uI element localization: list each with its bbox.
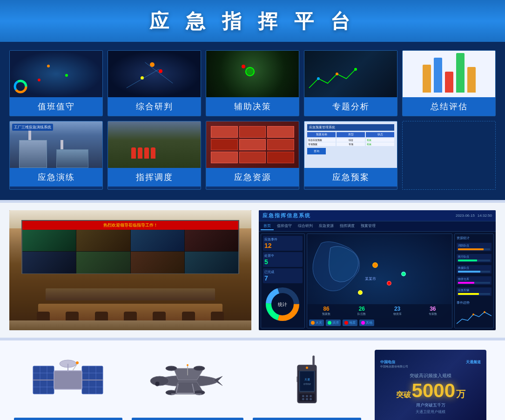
promo-sub: 用户突破五千万 bbox=[416, 402, 445, 408]
module-label-yingjiyuan: 应急预案 bbox=[304, 168, 397, 187]
svg-point-56 bbox=[306, 395, 308, 397]
module-img-zhihuidiaodu bbox=[108, 121, 201, 168]
module-img-zongjiepigu bbox=[403, 51, 495, 97]
module-img-zhibanzishou bbox=[10, 51, 102, 97]
command-dashboard: 应急指挥信息系统 2023-06-15 14:32:50 首页 值班值守 综合研… bbox=[259, 210, 496, 330]
module-fuzhujuece[interactable]: 辅助决策 bbox=[206, 50, 299, 116]
svg-point-5 bbox=[317, 77, 320, 80]
module-zhuantifenxi[interactable]: 专题分析 bbox=[304, 50, 397, 116]
command-room-photo: 热烈欢迎领导莅临指导工作！ bbox=[9, 210, 251, 330]
svg-point-58 bbox=[302, 398, 304, 400]
svg-point-6 bbox=[336, 73, 338, 75]
module-img-fuzhujuece bbox=[206, 51, 299, 97]
equip-label-satellite: 天通卫星 bbox=[14, 418, 122, 420]
room-screen-text: 热烈欢迎领导莅临指导工作！ bbox=[22, 221, 238, 230]
module-empty bbox=[402, 121, 496, 190]
svg-point-7 bbox=[354, 68, 357, 71]
equip-label-phone: 天通卫星电话 bbox=[253, 418, 361, 420]
svg-line-3 bbox=[145, 62, 173, 83]
promo-number: 5000 bbox=[412, 381, 455, 400]
module-img-yingjiyanlian: 工厂三维应急演练系统 bbox=[10, 121, 102, 168]
promo-card: 中国电信 中国电信股份有限公司 天通频道 突破高识频接入规模 突破 5000 万… bbox=[375, 350, 486, 420]
equip-label-drone: 无人机 bbox=[132, 418, 243, 420]
module-img-yingjiziyuan bbox=[206, 121, 299, 168]
module-label-yingjiziyuan: 应急资源 bbox=[206, 168, 299, 187]
svg-point-55 bbox=[302, 395, 304, 397]
module-yingjiyanlian[interactable]: 工厂三维应急演练系统 应急演练 bbox=[9, 121, 103, 190]
drone-image bbox=[132, 350, 243, 410]
svg-rect-27 bbox=[54, 371, 82, 389]
svg-point-14 bbox=[484, 311, 485, 313]
svg-point-48 bbox=[187, 364, 189, 366]
module-yingjiyuan[interactable]: 应急预案管理系统 预案名称 类型 状态 综合应急预案 综合 有效 专项预案 bbox=[304, 121, 397, 190]
page-title: 应 急 指 挥 平 台 bbox=[0, 8, 505, 34]
svg-point-39 bbox=[166, 366, 177, 371]
promo-logo-area: 中国电信 中国电信股份有限公司 天通频道 bbox=[380, 360, 481, 369]
svg-point-13 bbox=[472, 313, 474, 315]
module-label-zongjiepigu: 总结评估 bbox=[403, 97, 495, 116]
module-label-zhuantifenxi: 专题分析 bbox=[304, 97, 397, 116]
svg-text:天通: 天通 bbox=[304, 378, 310, 380]
svg-point-40 bbox=[194, 366, 205, 371]
module-label-zongheyanjuan: 综合研判 bbox=[108, 97, 201, 116]
equip-drone: 无人机 bbox=[127, 350, 248, 420]
module-label-yingjiyanlian: 应急演练 bbox=[10, 168, 102, 187]
module-img-yingjiyuan: 应急预案管理系统 预案名称 类型 状态 综合应急预案 综合 有效 专项预案 bbox=[304, 121, 397, 168]
equip-phone: 天通 信号良好 天通卫星电话 bbox=[248, 350, 366, 420]
svg-marker-36 bbox=[213, 376, 222, 386]
svg-rect-64 bbox=[296, 376, 297, 382]
module-zhibanzishou[interactable]: 值班值守 bbox=[9, 50, 103, 116]
module-img-zhuantifenxi bbox=[304, 51, 397, 97]
dashboard-title: 应急指挥信息系统 bbox=[263, 212, 311, 219]
svg-point-31 bbox=[76, 361, 79, 364]
promo-desc: 天通卫星用户规模 bbox=[416, 409, 445, 414]
satellite-image bbox=[26, 350, 110, 410]
svg-line-4 bbox=[127, 69, 159, 88]
promo-prefix: 突破 bbox=[396, 390, 411, 400]
promo-logo2: 天通频道 bbox=[466, 360, 481, 369]
modules-section: 值班值守 综合研判 bbox=[0, 42, 505, 200]
module-zongjiepigu[interactable]: 总结评估 bbox=[402, 50, 496, 116]
modules-row2: 工厂三维应急演练系统 应急演练 bbox=[9, 121, 496, 190]
equip-satellite: 天通卫星 bbox=[9, 350, 127, 420]
module-zongheyanjuan[interactable]: 综合研判 bbox=[108, 50, 201, 116]
svg-rect-51 bbox=[300, 371, 314, 390]
module-img-zongheyanjuan bbox=[108, 51, 201, 97]
header: 应 急 指 挥 平 台 bbox=[0, 0, 505, 42]
svg-point-43 bbox=[155, 381, 160, 386]
svg-point-60 bbox=[310, 398, 312, 400]
promo-headline: 突破高识频接入规模 bbox=[410, 373, 451, 379]
promo-unit: 万 bbox=[456, 388, 465, 400]
equipment-section: 天通卫星 bbox=[0, 340, 505, 420]
svg-text:信号良好: 信号良好 bbox=[303, 383, 310, 385]
svg-point-59 bbox=[306, 398, 308, 400]
svg-point-63 bbox=[306, 367, 308, 369]
module-label-fuzhujuece: 辅助决策 bbox=[206, 97, 299, 116]
module-label-zhibanzishou: 值班值守 bbox=[10, 97, 102, 116]
promo-logo1: 中国电信 中国电信股份有限公司 bbox=[380, 360, 408, 369]
svg-text:统计: 统计 bbox=[278, 302, 287, 307]
svg-point-57 bbox=[310, 395, 312, 397]
module-label-zhihuidiaodu: 指挥调度 bbox=[108, 168, 201, 187]
phone-image: 天通 信号良好 bbox=[265, 350, 349, 410]
modules-row1: 值班值守 综合研判 bbox=[9, 50, 496, 116]
command-section: 热烈欢迎领导莅临指导工作！ bbox=[0, 203, 505, 338]
module-zhihuidiaodu[interactable]: 指挥调度 bbox=[108, 121, 201, 190]
module-yingjiziyuan[interactable]: 应急资源 bbox=[206, 121, 299, 190]
